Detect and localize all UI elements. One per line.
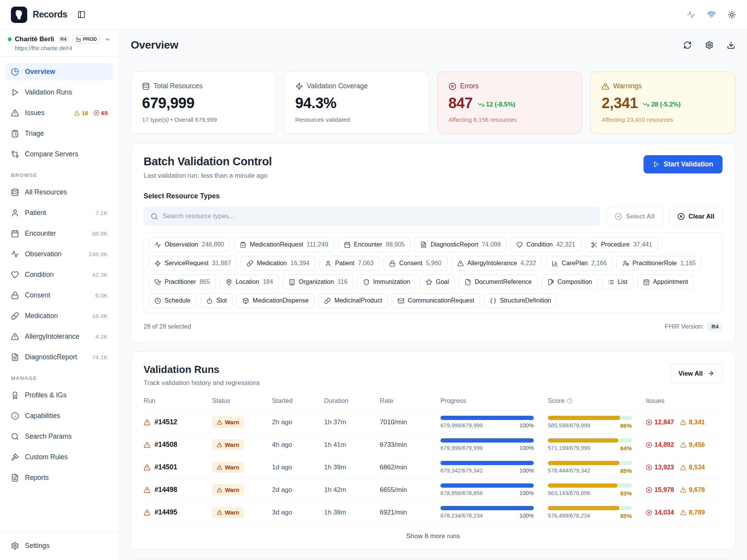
chip-medicinalproduct[interactable]: MedicinalProduct xyxy=(318,293,388,308)
theme-toggle-button[interactable] xyxy=(728,10,736,19)
sidebar-item-label: Condition xyxy=(25,271,54,279)
chip-organization[interactable]: Organization116 xyxy=(283,275,353,289)
server-selector[interactable]: Charité Berlin ... R4 PROD https://fhir.… xyxy=(0,30,119,57)
resource-type-search[interactable] xyxy=(144,206,600,226)
alert-triangle-icon xyxy=(217,465,222,470)
chip-consent[interactable]: Consent5,960 xyxy=(383,256,447,271)
chip-composition[interactable]: Composition xyxy=(542,275,598,289)
sidebar-item-validation-runs[interactable]: Validation Runs xyxy=(5,84,113,101)
sidebar-item-capabilities[interactable]: Capabilities xyxy=(5,407,113,425)
sidebar-footer: Settings xyxy=(0,531,119,560)
view-all-button[interactable]: View All xyxy=(670,364,722,383)
selection-summary: 28 of 28 selected xyxy=(144,323,191,330)
progress-text: 678,856/678,856 xyxy=(440,490,483,496)
sidebar-item-compare-servers[interactable]: Compare Servers xyxy=(5,145,113,163)
chip-slot[interactable]: Slot xyxy=(200,293,233,308)
map-pin-icon xyxy=(226,279,232,285)
sidebar-item-overview[interactable]: Overview xyxy=(5,63,113,80)
sidebar-item-encounter[interactable]: Encounter 88.9K xyxy=(5,225,113,242)
sidebar-item-observation[interactable]: Observation 248.9K xyxy=(5,245,113,263)
sidebar-item-allergyintolerance[interactable]: AllergyIntolerance 4.2K xyxy=(5,328,113,345)
chip-immunization[interactable]: Immunization xyxy=(357,275,416,289)
chip-structuredefinition[interactable]: StructureDefinition xyxy=(484,293,557,308)
sidebar-item-label: Triage xyxy=(25,130,44,138)
sidebar-item-label: Consent xyxy=(25,291,50,299)
connection-status-button[interactable] xyxy=(707,10,716,19)
errors-card: Errors 847 12 (-8.5%) Affecting 8,156 re… xyxy=(437,72,582,134)
chip-patient[interactable]: Patient7,063 xyxy=(319,256,379,271)
file-text-icon xyxy=(11,474,19,482)
sidebar-item-consent[interactable]: Consent 6.0K xyxy=(5,287,113,304)
chip-documentreference[interactable]: DocumentReference xyxy=(459,275,538,289)
chip-goal[interactable]: Goal xyxy=(420,275,455,289)
chip-medication[interactable]: Medication16,394 xyxy=(241,256,315,271)
activity-icon xyxy=(687,10,695,19)
chip-label: DocumentReference xyxy=(475,278,532,285)
chip-medicationdispense[interactable]: MedicationDispense xyxy=(237,293,314,308)
chip-procedure[interactable]: Procedure37,441 xyxy=(585,237,658,252)
chip-medicationrequest[interactable]: MedicationRequest111,249 xyxy=(234,237,334,252)
table-row[interactable]: #14495 Warn 3d ago 1h 38m 6921/min 678,2… xyxy=(144,501,722,524)
manage-section-label: MANAGE xyxy=(11,375,113,381)
clear-all-button[interactable]: Clear All xyxy=(669,206,722,226)
sidebar-toggle-button[interactable] xyxy=(77,10,86,19)
table-row[interactable]: #14501 Warn 1d ago 1h 39m 6862/min 679,3… xyxy=(144,456,722,479)
table-row[interactable]: #14512 Warn 2h ago 1h 37m 7010/min 679,9… xyxy=(144,411,722,434)
alert-triangle-icon xyxy=(680,442,686,448)
resource-count: 6.0K xyxy=(95,292,108,299)
table-row[interactable]: #14508 Warn 4h ago 1h 41m 6733/min 679,9… xyxy=(144,434,722,456)
score-text: 578,444/679,342 xyxy=(548,467,590,474)
panel-subtitle: Track validation history and regressions xyxy=(144,379,260,387)
chip-location[interactable]: Location184 xyxy=(220,275,279,289)
refresh-button[interactable] xyxy=(683,41,692,49)
sidebar-item-medication[interactable]: Medication 16.4K xyxy=(5,307,113,325)
sidebar-item-label: Patient xyxy=(25,209,46,217)
settings-button[interactable] xyxy=(705,41,714,49)
sidebar-item-issues[interactable]: Issues 18 65 xyxy=(5,104,113,122)
batch-validation-panel: Batch Validation Control Last validation… xyxy=(131,143,735,342)
chip-observation[interactable]: Observation248,890 xyxy=(149,237,230,252)
warning-count: 8,534 xyxy=(689,464,705,471)
chip-practitioner[interactable]: Practitioner865 xyxy=(149,275,216,289)
sidebar-item-reports[interactable]: Reports xyxy=(5,469,113,486)
table-row[interactable]: #14498 Warn 2d ago 1h 42m 6655/min 678,8… xyxy=(144,479,722,501)
stat-subtext: Affecting 8,156 resources xyxy=(449,116,571,123)
select-all-button[interactable]: Select All xyxy=(607,206,663,226)
sidebar-item-custom-rules[interactable]: Custom Rules xyxy=(5,448,113,466)
chip-list[interactable]: List xyxy=(602,275,633,289)
sidebar-item-profiles-igs[interactable]: Profiles & IGs xyxy=(5,387,113,404)
chip-servicerequest[interactable]: ServiceRequest31,887 xyxy=(149,256,237,271)
chip-careplan[interactable]: CarePlan2,166 xyxy=(546,256,613,271)
show-more-runs-button[interactable]: Show 8 more runs xyxy=(144,524,722,550)
chip-encounter[interactable]: Encounter88,905 xyxy=(338,237,411,252)
page-header: Overview xyxy=(131,30,735,61)
chip-schedule[interactable]: Schedule xyxy=(149,293,196,308)
sidebar-item-diagnosticreport[interactable]: DiagnosticReport 74.1K xyxy=(5,348,113,366)
chip-condition[interactable]: Condition42,321 xyxy=(510,237,581,252)
progress-text: 679,999/679,999 xyxy=(440,445,483,451)
chip-label: Location xyxy=(236,278,260,285)
sidebar-item-search-params[interactable]: Search Params xyxy=(5,428,113,445)
alert-triangle-icon xyxy=(144,441,151,448)
download-button[interactable] xyxy=(727,41,735,49)
stat-label: Errors xyxy=(460,82,479,90)
warnings-trend: 28 (-5.2%) xyxy=(642,101,680,108)
clipboard-check-icon xyxy=(240,242,246,248)
sidebar-item-all-resources[interactable]: All Resources xyxy=(5,184,113,201)
score-bar xyxy=(548,483,617,488)
chip-appointment[interactable]: Appointment xyxy=(637,275,694,289)
duration-cell: 1h 41m xyxy=(324,441,380,449)
sidebar-item-patient[interactable]: Patient 7.1K xyxy=(5,204,113,222)
chip-allergyintolerance[interactable]: AllergyIntolerance4,232 xyxy=(451,256,542,271)
chip-communicationrequest[interactable]: CommunicationRequest xyxy=(392,293,480,308)
chip-diagnosticreport[interactable]: DiagnosticReport74,098 xyxy=(414,237,507,252)
stat-label: Total Resources xyxy=(154,82,202,90)
search-input[interactable] xyxy=(163,212,593,220)
score-text: 585,599/679,999 xyxy=(548,422,590,429)
sidebar-item-settings[interactable]: Settings xyxy=(5,537,113,555)
sidebar-item-condition[interactable]: Condition 42.3K xyxy=(5,266,113,284)
start-validation-button[interactable]: Start Validation xyxy=(644,155,722,173)
chip-practitionerrole[interactable]: PractitionerRole1,165 xyxy=(617,256,702,271)
sidebar-item-triage[interactable]: Triage xyxy=(5,125,113,142)
activity-status-button[interactable] xyxy=(687,10,695,19)
